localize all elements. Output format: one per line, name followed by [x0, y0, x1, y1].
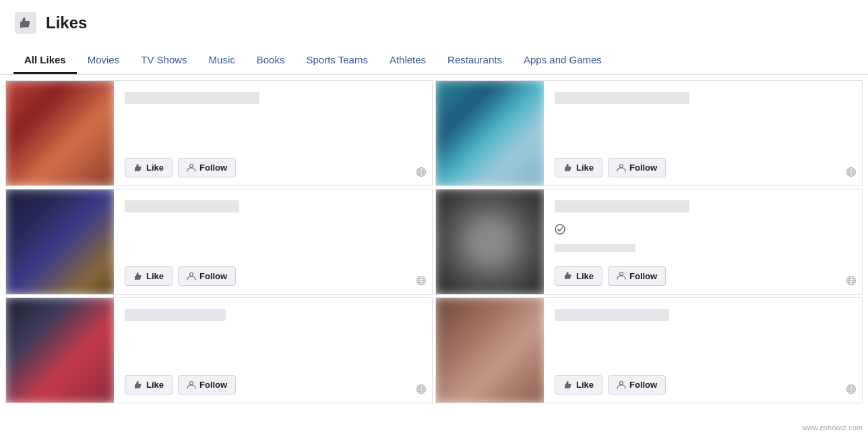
- like-button-1[interactable]: Like: [125, 158, 173, 177]
- follow-button-2[interactable]: Follow: [608, 158, 666, 177]
- card-5: LikeFollow: [5, 297, 433, 403]
- card-sub-placeholder-4: [555, 244, 636, 252]
- page-wrapper: Likes All LikesMoviesTV ShowsMusicBooksS…: [0, 0, 868, 437]
- header-title-row: Likes: [13, 11, 855, 35]
- card-4: LikeFollow: [435, 189, 863, 295]
- card-image-inner-3: [6, 190, 114, 294]
- svg-point-13: [190, 272, 193, 276]
- follow-button-5[interactable]: Follow: [178, 375, 236, 395]
- thumbs-up-icon: [13, 11, 38, 35]
- card-image-4: [436, 190, 544, 294]
- globe-icon-1: [416, 167, 427, 180]
- card-name-placeholder-3: [125, 200, 239, 212]
- card-image-6: [436, 298, 544, 403]
- globe-icon-5: [416, 384, 427, 397]
- like-button-4[interactable]: Like: [555, 266, 602, 286]
- card-name-placeholder-1: [125, 92, 259, 104]
- nav-tab-restaurants[interactable]: Restaurants: [437, 47, 513, 74]
- nav-tabs: All LikesMoviesTV ShowsMusicBooksSports …: [13, 47, 855, 74]
- header: Likes All LikesMoviesTV ShowsMusicBooksS…: [0, 0, 868, 75]
- card-image-3: [6, 190, 114, 294]
- globe-icon-3: [416, 275, 427, 289]
- card-actions-3: LikeFollow: [125, 266, 421, 286]
- nav-tab-all-likes[interactable]: All Likes: [13, 47, 77, 74]
- page-title: Likes: [46, 13, 87, 32]
- check-badge-4: [555, 224, 851, 235]
- like-button-2[interactable]: Like: [555, 158, 602, 177]
- nav-tab-apps-and-games[interactable]: Apps and Games: [513, 47, 613, 74]
- card-image-2: [436, 81, 544, 185]
- svg-point-19: [555, 225, 565, 234]
- card-actions-5: LikeFollow: [125, 375, 421, 395]
- card-image-inner-4: [436, 190, 544, 294]
- globe-icon-6: [846, 384, 857, 397]
- svg-point-26: [190, 381, 193, 384]
- nav-tab-music[interactable]: Music: [198, 47, 246, 74]
- globe-icon-4: [846, 275, 857, 289]
- follow-button-6[interactable]: Follow: [608, 375, 666, 395]
- card-name-placeholder-4: [555, 200, 689, 212]
- nav-tabs-container: All LikesMoviesTV ShowsMusicBooksSports …: [13, 47, 855, 74]
- card-body-5: LikeFollow: [114, 298, 432, 403]
- card-body-1: LikeFollow: [114, 81, 432, 185]
- card-name-placeholder-6: [555, 309, 669, 321]
- card-name-placeholder-5: [125, 309, 226, 321]
- follow-button-3[interactable]: Follow: [178, 266, 236, 286]
- card-body-3: LikeFollow: [114, 190, 432, 294]
- like-button-5[interactable]: Like: [125, 375, 173, 395]
- like-button-3[interactable]: Like: [125, 266, 173, 286]
- nav-tab-books[interactable]: Books: [246, 47, 296, 74]
- svg-point-20: [620, 272, 623, 276]
- card-actions-2: LikeFollow: [555, 158, 851, 177]
- card-actions-1: LikeFollow: [125, 158, 421, 177]
- svg-point-7: [620, 164, 623, 167]
- card-3: LikeFollow: [5, 189, 433, 295]
- card-1: LikeFollow: [5, 80, 433, 186]
- globe-icon-2: [846, 167, 857, 180]
- card-body-2: LikeFollow: [544, 81, 862, 185]
- nav-tab-movies[interactable]: Movies: [77, 47, 131, 74]
- card-actions-4: LikeFollow: [555, 266, 851, 286]
- card-image-inner-1: [6, 81, 114, 185]
- svg-point-32: [620, 381, 623, 384]
- card-6: LikeFollow: [435, 297, 863, 403]
- follow-button-1[interactable]: Follow: [178, 158, 236, 177]
- card-image-inner-2: [436, 81, 544, 185]
- card-body-6: LikeFollow: [544, 298, 862, 403]
- content-area: LikeFollowLikeFollowLikeFollowLikeFollow…: [0, 75, 868, 409]
- follow-button-4[interactable]: Follow: [608, 266, 666, 286]
- card-actions-6: LikeFollow: [555, 375, 851, 395]
- card-2: LikeFollow: [435, 80, 863, 186]
- nav-tab-tv-shows[interactable]: TV Shows: [130, 47, 197, 74]
- card-body-4: LikeFollow: [544, 190, 862, 294]
- watermark: www.eshowiz.com: [802, 424, 863, 432]
- card-image-inner-5: [6, 298, 114, 403]
- nav-tab-sports-teams[interactable]: Sports Teams: [295, 47, 378, 74]
- card-image-1: [6, 81, 114, 185]
- card-image-inner-6: [436, 298, 544, 403]
- svg-point-1: [190, 164, 193, 167]
- card-image-5: [6, 298, 114, 403]
- nav-tab-athletes[interactable]: Athletes: [379, 47, 437, 74]
- like-button-6[interactable]: Like: [555, 375, 602, 395]
- card-name-placeholder-2: [555, 92, 689, 104]
